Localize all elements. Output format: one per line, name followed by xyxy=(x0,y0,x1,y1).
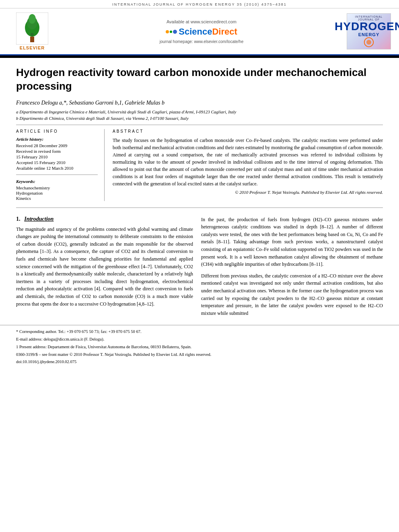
hydrogen-logo-decoration xyxy=(361,37,377,47)
sd-text: ScienceDirect xyxy=(179,27,237,37)
received-revised-label: Received in revised form xyxy=(16,149,98,154)
abstract-col: ABSTRACT The study focuses on the hydrog… xyxy=(113,129,383,201)
article-history-label: Article history: xyxy=(16,137,98,142)
accepted-date: Accepted 15 February 2010 xyxy=(16,160,98,165)
section-title: Introduction xyxy=(24,216,53,222)
sd-dot-green xyxy=(170,31,172,33)
keywords-label: Keywords: xyxy=(16,179,98,184)
keyword-3: Kinetics xyxy=(16,196,98,201)
top-logos-section: ELSEVIER Available at www.sciencedirect.… xyxy=(0,8,399,55)
affiliation-1: a Dipartimento di Ingegneria Chimica e M… xyxy=(16,109,383,114)
article-title: Hydrogen reactivity toward carbon monoxi… xyxy=(16,66,383,93)
abstract-text: The study focuses on the hydrogenation o… xyxy=(113,137,383,187)
keyword-2: Hydrogenation xyxy=(16,191,98,195)
article-info-header: ARTICLE INFO xyxy=(16,129,98,134)
keyword-1: Mechanochemistry xyxy=(16,185,98,190)
hydrogen-energy-text: ENERGY xyxy=(358,32,379,37)
available-text: Available at www.sciencedirect.com xyxy=(56,19,347,24)
section-number: 1. xyxy=(16,216,21,222)
journal-header-bar: International Journal of Hydrogen Energy… xyxy=(0,0,399,8)
article-info-col: ARTICLE INFO Article history: Received 2… xyxy=(16,129,105,201)
svg-point-5 xyxy=(31,33,34,36)
received-date-1: Received 28 December 2009 xyxy=(16,143,98,148)
abstract-header: ABSTRACT xyxy=(113,129,383,134)
elsevier-logo: ELSEVIER xyxy=(8,12,56,50)
footer-notes: * Corresponding author. Tel.: +39 070 67… xyxy=(0,325,399,370)
sd-dot-blue xyxy=(173,30,177,34)
intro-para-1: The magnitude and urgency of the problem… xyxy=(16,226,193,308)
present-address: 1 Present address: Departament de Fisica… xyxy=(16,344,383,350)
elsevier-tree-icon xyxy=(16,12,48,45)
available-online-date: Available online 12 March 2010 xyxy=(16,166,98,170)
body-left-col: 1. Introduction The magnitude and urgenc… xyxy=(16,216,193,321)
svg-point-7 xyxy=(366,40,371,45)
copyright-text: © 2010 Professor T. Nejat Veziroglu. Pub… xyxy=(113,190,383,195)
affiliation-2: b Dipartimento di Chimica, Università de… xyxy=(16,116,383,121)
sd-dots xyxy=(166,30,177,34)
sciencedirect-logo: ScienceDirect xyxy=(56,27,347,37)
journal-homepage: journal homepage: www.elsevier.com/locat… xyxy=(56,39,347,44)
elsevier-label: ELSEVIER xyxy=(20,45,45,50)
sd-dot-orange xyxy=(166,30,169,33)
intro-para-2: In the past, the production of fuels fro… xyxy=(201,216,383,268)
article-section: Hydrogen reactivity toward carbon monoxi… xyxy=(0,58,399,121)
email-address: E-mail address: delogu@diccm.unica.it (F… xyxy=(16,336,383,343)
svg-point-4 xyxy=(29,14,36,24)
revised-date: 15 February 2010 xyxy=(16,154,98,159)
body-right-col: In the past, the production of fuels fro… xyxy=(201,216,383,321)
center-info: Available at www.sciencedirect.com Scien… xyxy=(56,19,347,44)
doi-line: doi:10.1016/j.ijhydene.2010.02.075 xyxy=(16,359,383,365)
authors: Francesco Delogu a,*, Sebastiano Garroni… xyxy=(16,100,383,106)
svg-rect-1 xyxy=(30,37,34,42)
corresponding-author: * Corresponding author. Tel.: +39 070 67… xyxy=(16,329,383,335)
hydrogen-h2-text: HYDROGEN xyxy=(335,21,399,32)
intro-para-3: Different from previous studies, the cat… xyxy=(201,272,383,317)
issn-line: 0360-3199/$ – see front matter © 2010 Pr… xyxy=(16,351,383,358)
body-content-section: 1. Introduction The magnitude and urgenc… xyxy=(0,208,399,325)
hydrogen-energy-logo: International Journal of HYDROGEN ENERGY xyxy=(347,13,391,49)
article-info-abstract-section: ARTICLE INFO Article history: Received 2… xyxy=(0,129,399,201)
